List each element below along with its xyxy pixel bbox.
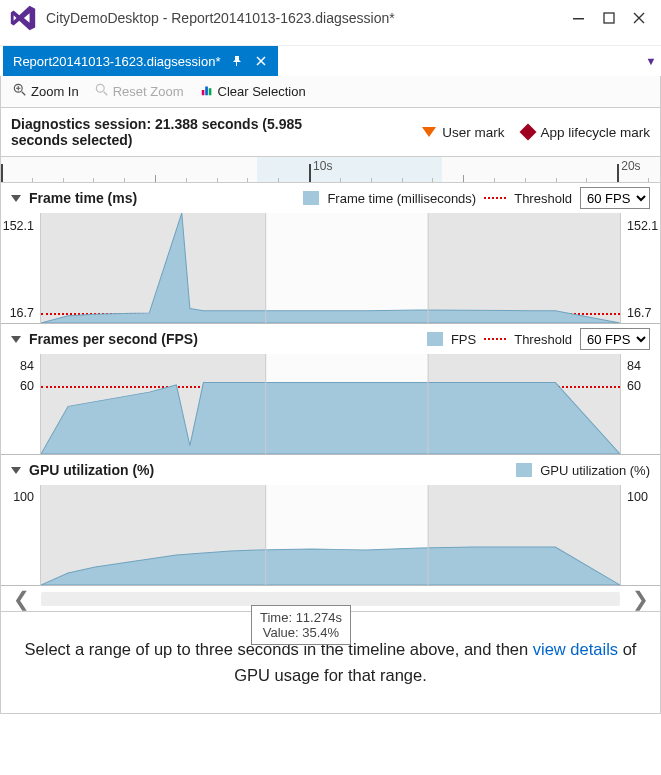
panel-title: Frame time (ms) [29,190,137,206]
fps-threshold-select[interactable]: 60 FPS [580,328,650,350]
user-mark-icon [422,127,436,137]
fps-chart[interactable] [41,354,620,454]
diagnostics-toolbar: Zoom In Reset Zoom Clear Selection [0,76,661,108]
timeline-ruler[interactable]: 10s20s [1,157,660,183]
close-tab-icon[interactable] [254,54,268,68]
y-axis-left: 152.1 16.7 [1,213,41,323]
session-text: Diagnostics session: 21.388 seconds (5.9… [11,116,302,148]
gpu-chart[interactable] [41,485,620,585]
minimize-button[interactable] [565,7,593,29]
title-bar: CityDemoDesktop - Report20141013-1623.di… [0,0,661,36]
svg-rect-6 [208,88,211,95]
close-button[interactable] [625,7,653,29]
vs-logo-icon [8,5,38,31]
fps-panel: Frames per second (FPS) FPS Threshold 60… [1,324,660,455]
diagnostics-content: Diagnostics session: 21.388 seconds (5.9… [0,108,661,714]
y-axis-left: 84 60 [1,354,41,454]
svg-rect-1 [604,13,614,23]
session-info-row: Diagnostics session: 21.388 seconds (5.9… [1,108,660,157]
zoom-in-button[interactable]: Zoom In [9,81,83,102]
lifecycle-mark-icon [520,124,537,141]
svg-rect-5 [205,87,208,96]
svg-rect-4 [201,90,204,95]
svg-rect-0 [573,18,584,20]
panel-title: GPU utilization (%) [29,462,154,478]
menu-bar [0,36,661,46]
tab-label: Report20141013-1623.diagsession* [13,54,220,69]
nav-left-icon[interactable]: ❮ [1,586,41,611]
lifecycle-mark-label: App lifecycle mark [540,125,650,140]
threshold-swatch [484,338,506,340]
document-tab[interactable]: Report20141013-1623.diagsession* [3,46,278,76]
y-axis-right: 152.1 16.7 [620,213,660,323]
panel-title: Frames per second (FPS) [29,331,198,347]
window-title: CityDemoDesktop - Report20141013-1623.di… [46,10,565,26]
clear-selection-button[interactable]: Clear Selection [196,81,310,102]
view-details-link[interactable]: view details [533,640,618,658]
fps-threshold-select[interactable]: 60 FPS [580,187,650,209]
y-axis-left: 100 [1,485,41,585]
y-axis-right: 84 60 [620,354,660,454]
hover-tooltip: Time: 11.274s Value: 35.4% [251,605,351,645]
frame-time-panel: Frame time (ms) Frame time (milliseconds… [1,183,660,324]
reset-zoom-icon [95,83,109,100]
y-axis-right: 100 [620,485,660,585]
threshold-swatch [484,197,506,199]
pin-icon[interactable] [230,54,244,68]
tab-dropdown-icon[interactable]: ▼ [641,46,661,76]
timeline-nav: ❮ ❯ Time: 11.274s Value: 35.4% [1,586,660,612]
gpu-panel: GPU utilization (%) GPU utilization (%) … [1,455,660,586]
scrollbar-track[interactable] [41,592,620,606]
clear-selection-icon [200,83,214,100]
frame-time-chart[interactable] [41,213,620,323]
collapse-icon[interactable] [11,195,21,202]
maximize-button[interactable] [595,7,623,29]
series-swatch [303,191,319,205]
series-swatch [516,463,532,477]
collapse-icon[interactable] [11,467,21,474]
svg-point-3 [96,84,104,92]
document-tab-row: Report20141013-1623.diagsession* ▼ [0,46,661,76]
user-mark-label: User mark [442,125,504,140]
zoom-in-icon [13,83,27,100]
collapse-icon[interactable] [11,336,21,343]
nav-right-icon[interactable]: ❯ [620,586,660,611]
reset-zoom-button: Reset Zoom [91,81,188,102]
series-swatch [427,332,443,346]
